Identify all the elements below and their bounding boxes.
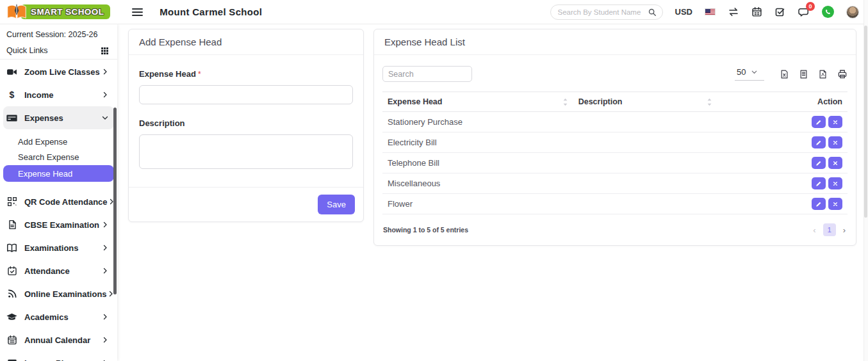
expense-head-label: Expense Head [139,69,196,79]
sidebar-item-label: Annual Calendar [24,335,90,345]
chat-badge: 0 [806,2,815,11]
submenu-item-search-expense[interactable]: Search Expense [0,149,117,164]
submenu-item-expense-head[interactable]: Expense Head [3,165,114,182]
edit-button[interactable] [812,198,826,210]
table-row: Stationery Purchase [382,112,848,132]
sidebar-nav: Zoom Live Classes $ Income Expenses [0,60,117,361]
app-logo[interactable]: SMART SCHOOL [6,3,110,20]
language-flag-icon[interactable] [705,8,716,15]
sidebar-item-zoom-live-classes[interactable]: Zoom Live Classes [0,60,117,83]
topbar-actions: USD 0 [550,4,859,20]
task-check-icon[interactable] [774,6,785,17]
currency-selector[interactable]: USD [675,7,692,17]
edit-button[interactable] [812,177,826,189]
chevron-right-icon [101,313,109,321]
sidebar-item-label: Zoom Live Classes [24,67,100,77]
add-expense-head-card: Add Expense Head Expense Head* Descripti… [128,29,364,222]
delete-button[interactable] [828,177,842,189]
calendar-icon[interactable] [751,6,762,17]
export-csv-icon[interactable] [799,69,808,79]
quick-links[interactable]: Quick Links [0,42,117,59]
sidebar-scrollbar[interactable] [113,108,117,294]
description-field[interactable] [139,134,353,169]
form-card-title: Add Expense Head [139,36,222,47]
toolbar-right: 50 [735,67,848,81]
swap-arrows-icon[interactable] [728,6,739,18]
sidebar-item-label: QR Code Attendance [24,197,108,207]
edit-button[interactable] [812,136,826,148]
sidebar-item-label: Academics [24,312,69,322]
sidebar-item-cbse-examination[interactable]: CBSE Examination [0,213,117,236]
page-size-value: 50 [737,67,746,77]
student-search-box[interactable] [550,4,663,20]
user-avatar[interactable] [846,6,859,19]
sidebar: Current Session: 2025-26 Quick Links Zoo… [0,24,117,361]
delete-button[interactable] [828,157,842,169]
table-row: Miscellaneous [382,173,848,194]
chevron-right-icon [101,244,109,252]
column-header-description[interactable]: Description [573,92,717,112]
export-icons [780,69,848,79]
description-label: Description [139,118,185,128]
sidebar-item-expenses[interactable]: Expenses [3,106,114,129]
chevron-right-icon [101,91,109,99]
whatsapp-icon[interactable] [822,6,834,18]
hamburger-menu-icon[interactable] [132,8,143,17]
submenu-item-label: Search Expense [18,152,79,162]
sidebar-item-annual-calendar[interactable]: Annual Calendar [0,328,117,351]
delete-button[interactable] [828,136,842,148]
search-icon[interactable] [648,8,657,17]
page-size-select[interactable]: 50 [735,67,764,81]
rss-icon [6,289,17,299]
sidebar-item-academics[interactable]: Academics [0,305,117,328]
sidebar-item-label: Income [24,90,54,100]
delete-button[interactable] [828,116,842,128]
quick-links-label: Quick Links [6,46,48,55]
page-scrollbar-thumb[interactable] [864,26,867,218]
list-card-title: Expense Head List [384,36,465,47]
main-content: Add Expense Head Expense Head* Descripti… [117,24,868,361]
sort-icon[interactable] [707,98,712,106]
export-pdf-icon[interactable] [818,69,828,79]
chat-icon[interactable]: 0 [798,6,810,18]
export-excel-icon[interactable] [780,69,789,79]
pagination-next[interactable]: › [843,225,846,235]
edit-button[interactable] [812,157,826,169]
pagination-page-1[interactable]: 1 [823,223,836,236]
lesson-plan-icon [6,358,17,361]
table-row: Electricity Bill [382,132,848,153]
calendar-grid-icon [6,335,17,345]
expense-head-table: Expense Head Description [382,92,848,214]
save-button[interactable]: Save [318,195,355,214]
sidebar-item-label: Expenses [24,113,63,123]
submenu-item-add-expense[interactable]: Add Expense [0,134,117,149]
pagination-prev[interactable]: ‹ [813,225,815,235]
delete-button[interactable] [828,198,842,210]
sidebar-item-label: Lesson Plan [24,358,74,361]
edit-button[interactable] [812,116,826,128]
column-header-action: Action [717,92,848,112]
sidebar-item-online-examinations[interactable]: Online Examinations [0,282,117,305]
page-title: Mount Carmel School [160,6,262,17]
calendar-check-icon [6,266,17,276]
sidebar-item-income[interactable]: $ Income [0,83,117,106]
description-cell [573,153,717,173]
print-icon[interactable] [837,69,848,79]
book-pen-logo-icon [6,3,27,20]
chevron-right-icon [101,267,109,275]
chevron-right-icon [101,221,109,229]
column-header-expense-head[interactable]: Expense Head [382,92,573,112]
chevron-down-icon [751,68,758,76]
sidebar-item-qr-code-attendance[interactable]: QR Code Attendance [0,190,117,213]
chevron-down-icon [101,114,109,122]
sidebar-item-lesson-plan[interactable]: Lesson Plan [0,351,117,361]
sort-icon[interactable] [562,98,568,106]
page-scrollbar[interactable] [864,0,868,361]
sidebar-item-attendance[interactable]: Attendance [0,259,117,282]
table-search-input[interactable] [382,66,472,82]
student-search-input[interactable] [558,8,641,16]
expense-head-field[interactable] [139,85,353,104]
sidebar-item-examinations[interactable]: Examinations [0,236,117,259]
sidebar-item-label: Online Examinations [24,289,107,299]
grid-icon [101,47,109,55]
